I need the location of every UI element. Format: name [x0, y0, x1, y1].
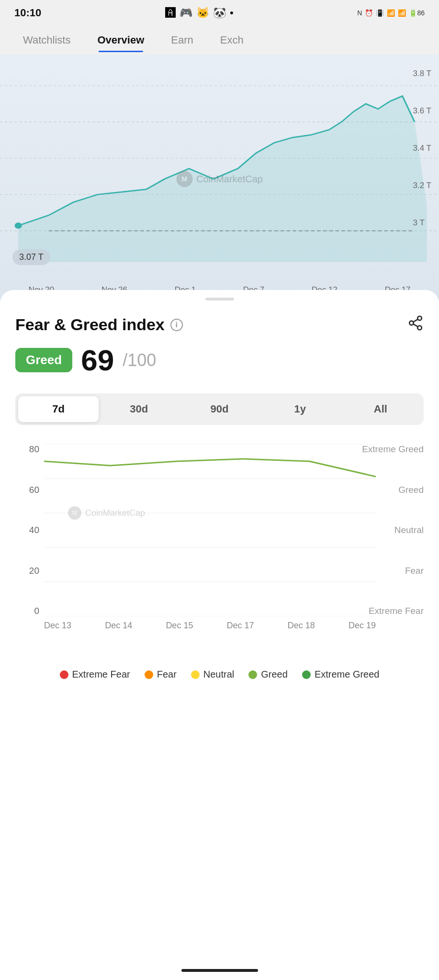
zone-fear: Fear	[405, 566, 424, 576]
period-7d[interactable]: 7d	[18, 396, 99, 422]
zone-neutral: Neutral	[394, 525, 424, 535]
fgi-watermark-text: CoinMarketCap	[85, 508, 145, 518]
app-icon-4: 🐼	[213, 7, 226, 19]
chart-watermark-text: CoinMarketCap	[196, 174, 263, 185]
fgi-title-row: Fear & Greed index i	[15, 315, 183, 334]
fgi-y-80: 80	[15, 444, 39, 455]
fgi-title: Fear & Greed index	[15, 315, 165, 334]
fgi-value: 69	[81, 343, 114, 377]
chart-watermark: M CoinMarketCap	[176, 171, 263, 187]
legend: Extreme Fear Fear Neutral Greed Extreme …	[15, 669, 424, 680]
period-selector: 7d 30d 90d 1y All	[15, 393, 424, 425]
chart-y-label-3: 3.4 T	[413, 144, 431, 153]
fgi-y-40: 40	[15, 525, 39, 535]
fgi-chart-container: 80 60 40 20 0 Extreme Greed Greed Neutra…	[15, 444, 424, 655]
zone-greed: Greed	[398, 485, 424, 495]
nav-tabs: Watchlists Overview Earn Exch	[0, 26, 439, 55]
legend-label-extreme-fear: Extreme Fear	[72, 669, 130, 680]
legend-label-greed: Greed	[261, 669, 288, 680]
chart-y-label-2: 3.6 T	[413, 106, 431, 116]
wifi-icon: 📶	[387, 9, 395, 17]
fgi-chart-svg	[44, 444, 376, 616]
share-icon[interactable]	[407, 315, 424, 334]
fgi-x-dec13: Dec 13	[44, 621, 71, 631]
legend-label-extreme-greed: Extreme Greed	[315, 669, 380, 680]
legend-item-extreme-greed: Extreme Greed	[302, 669, 380, 680]
svg-line-11	[413, 319, 418, 322]
legend-dot-extreme-greed	[302, 670, 311, 679]
chart-watermark-logo: M	[176, 171, 192, 187]
fgi-x-dec19: Dec 19	[349, 621, 376, 631]
period-30d[interactable]: 30d	[99, 396, 179, 422]
fgi-y-20: 20	[15, 566, 39, 576]
chart-y-label-5: 3 T	[413, 218, 431, 228]
chart-current-value: 3.07 T	[12, 249, 50, 265]
fgi-watermark: M CoinMarketCap	[68, 506, 145, 520]
dot-indicator: •	[230, 7, 234, 19]
fgi-header: Fear & Greed index i	[15, 315, 424, 334]
svg-point-6	[15, 223, 22, 229]
vibrate-icon: 📳	[376, 9, 384, 17]
app-icon-3: 🐱	[196, 7, 209, 19]
legend-dot-neutral	[191, 670, 200, 679]
legend-item-greed: Greed	[248, 669, 288, 680]
tab-exchange[interactable]: Exch	[207, 29, 257, 51]
tab-watchlists[interactable]: Watchlists	[10, 29, 84, 51]
top-chart-area: 3.8 T 3.6 T 3.4 T 3.2 T 3 T M CoinMarket…	[0, 55, 439, 303]
battery-icon: 🔋86	[409, 9, 425, 17]
fgi-x-dec14: Dec 14	[105, 621, 132, 631]
period-all[interactable]: All	[340, 396, 421, 422]
svg-line-10	[413, 324, 418, 327]
alarm-icon: ⏰	[365, 9, 373, 17]
fgi-x-axis: Dec 13 Dec 14 Dec 15 Dec 17 Dec 18 Dec 1…	[44, 621, 376, 631]
greed-badge: Greed	[15, 348, 72, 372]
fgi-x-dec17: Dec 17	[227, 621, 254, 631]
zone-extreme-fear: Extreme Fear	[369, 606, 424, 616]
chart-y-label-4: 3.2 T	[413, 181, 431, 190]
tab-overview[interactable]: Overview	[84, 29, 158, 51]
signal-icon: 📶	[398, 9, 406, 17]
fgi-x-dec18: Dec 18	[288, 621, 315, 631]
legend-label-neutral: Neutral	[203, 669, 234, 680]
fgi-y-0: 0	[15, 606, 39, 616]
fgi-max: /100	[123, 350, 156, 370]
legend-item-extreme-fear: Extreme Fear	[60, 669, 130, 680]
fgi-y-60: 60	[15, 485, 39, 495]
zone-extreme-greed: Extreme Greed	[362, 444, 424, 455]
info-icon[interactable]: i	[170, 319, 183, 331]
legend-item-fear: Fear	[145, 669, 177, 680]
legend-dot-extreme-fear	[60, 670, 68, 679]
app-icon-2: 🎮	[180, 7, 192, 19]
sheet-handle	[205, 298, 234, 301]
status-time: 10:10	[14, 7, 41, 19]
fgi-x-dec15: Dec 15	[166, 621, 193, 631]
status-bar: 10:10 🅰 🎮 🐱 🐼 • N ⏰ 📳 📶 📶 🔋86	[0, 0, 439, 26]
period-90d[interactable]: 90d	[179, 396, 259, 422]
status-icons: 🅰 🎮 🐱 🐼 •	[165, 7, 234, 19]
legend-item-neutral: Neutral	[191, 669, 234, 680]
legend-dot-greed	[248, 670, 257, 679]
bottom-sheet: Fear & Greed index i Greed 69 /100 7d 30…	[0, 290, 439, 980]
fgi-watermark-logo: M	[68, 506, 81, 520]
nfc-icon: N	[357, 9, 362, 17]
fgi-zone-labels: Extreme Greed Greed Neutral Fear Extreme…	[362, 444, 424, 616]
tab-earn[interactable]: Earn	[158, 29, 206, 51]
app-icon-1: 🅰	[165, 7, 176, 19]
value-row: Greed 69 /100	[15, 343, 424, 377]
status-right-icons: N ⏰ 📳 📶 📶 🔋86	[357, 9, 425, 17]
fgi-y-axis: 80 60 40 20 0	[15, 444, 39, 616]
legend-dot-fear	[145, 670, 153, 679]
legend-label-fear: Fear	[157, 669, 177, 680]
home-bar	[0, 961, 439, 980]
chart-y-label-1: 3.8 T	[413, 69, 431, 78]
chart-y-labels: 3.8 T 3.6 T 3.4 T 3.2 T 3 T	[413, 69, 431, 256]
home-bar-indicator	[181, 969, 258, 972]
period-1y[interactable]: 1y	[260, 396, 340, 422]
